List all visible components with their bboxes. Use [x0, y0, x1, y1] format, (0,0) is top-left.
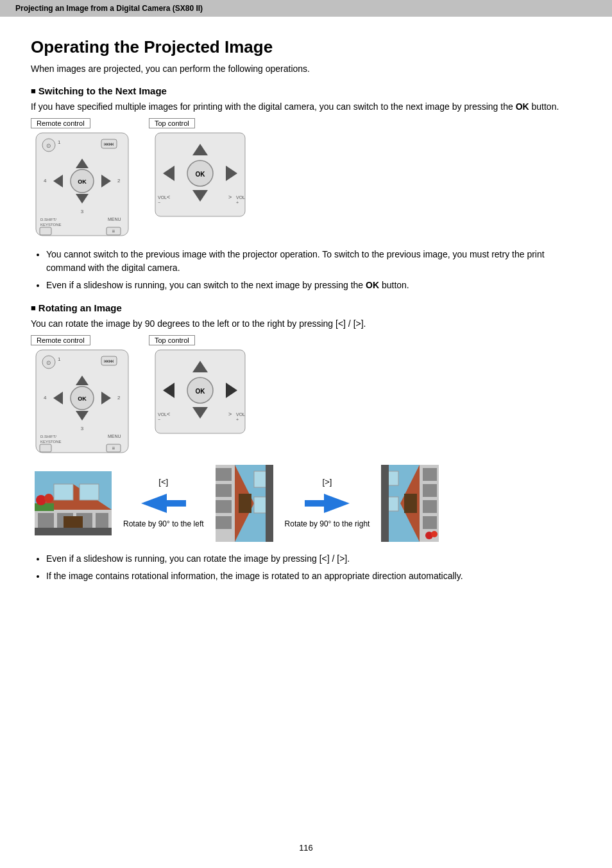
svg-rect-105 [381, 465, 389, 542]
section2-heading: Rotating an Image [31, 302, 581, 313]
house-image-original [35, 471, 112, 535]
svg-text:D.SHIFT/: D.SHIFT/ [40, 435, 56, 438]
top-label-2: Top control [149, 335, 195, 345]
svg-rect-99 [423, 500, 437, 513]
right-bracket-label: [>] [323, 477, 332, 487]
svg-marker-94 [305, 494, 350, 513]
svg-rect-80 [80, 484, 99, 500]
svg-rect-100 [423, 516, 437, 529]
svg-rect-102 [404, 494, 417, 513]
rotate-left-label: Rotate by 90° to the left [123, 519, 204, 530]
intro-text: When images are projected, you can perfo… [31, 64, 581, 74]
remote-label-2: Remote control [31, 335, 90, 345]
svg-text:VOL: VOL [236, 412, 245, 417]
page-title: Operating the Projected Image [31, 37, 581, 57]
svg-point-78 [44, 494, 53, 503]
svg-text:<: < [167, 411, 170, 417]
svg-text:3: 3 [81, 426, 84, 431]
content-area: Operating the Projected Image When image… [0, 17, 612, 833]
remote-control-svg-2: ⊙ 1 ⏮⏭ OK 4 2 3 D.SHIFT/ K [31, 347, 133, 456]
section1-bullets: You cannot switch to the previous image … [46, 248, 581, 292]
left-arrow-block: [<] Rotate by 90° to the left [123, 477, 204, 530]
svg-rect-81 [35, 528, 112, 535]
section2-body: You can rotate the image by 90 degrees t… [31, 318, 581, 329]
svg-marker-82 [141, 494, 186, 513]
bullet-1-2: Even if a slideshow is running, you can … [46, 279, 581, 292]
section2: Rotating an Image You can rotate the ima… [31, 302, 581, 583]
bullet-2-1: Even if a slideshow is running, you can … [46, 552, 581, 566]
svg-text:<: < [167, 194, 170, 200]
remote-label-1: Remote control [31, 118, 90, 128]
svg-text:OK: OK [196, 171, 206, 178]
svg-text:−: − [158, 417, 160, 422]
svg-rect-93 [266, 465, 273, 542]
svg-rect-98 [423, 484, 437, 497]
top-label-1: Top control [149, 118, 195, 128]
section2-controls: Remote control ⊙ 1 ⏮⏭ OK [31, 335, 581, 456]
svg-rect-85 [216, 468, 232, 481]
top-control-svg-1: OK VOL − VOL + < > [149, 130, 251, 220]
rotate-right-label: Rotate by 90° to the right [285, 519, 370, 530]
svg-rect-17 [40, 227, 51, 235]
page-number: 116 [299, 843, 313, 853]
svg-text:MENU: MENU [108, 217, 121, 221]
svg-text:≡: ≡ [112, 229, 115, 234]
bullet-2-2: If the image contains rotational informa… [46, 569, 581, 583]
page: Projecting an Image from a Digital Camer… [0, 0, 612, 868]
svg-text:KEYSTONE: KEYSTONE [40, 440, 62, 444]
remote-control-box-2: Remote control ⊙ 1 ⏮⏭ OK [31, 335, 133, 456]
svg-text:VOL: VOL [236, 195, 245, 200]
rotate-img-right [381, 465, 439, 542]
svg-text:≡: ≡ [112, 446, 115, 451]
svg-rect-88 [216, 516, 232, 529]
svg-text:MENU: MENU [108, 434, 121, 438]
page-footer: 116 [0, 833, 612, 868]
section1-heading: Switching to the Next Image [31, 85, 581, 96]
svg-text:⊙: ⊙ [46, 143, 51, 149]
svg-text:+: + [236, 417, 239, 422]
rotate-img-left [216, 465, 273, 542]
svg-rect-79 [54, 484, 73, 500]
bullet-1-1: You cannot switch to the previous image … [46, 248, 581, 275]
svg-text:VOL: VOL [158, 412, 167, 417]
top-control-svg-2: OK VOL − VOL + < > [149, 347, 251, 437]
svg-rect-51 [40, 444, 51, 452]
svg-text:>: > [228, 411, 232, 417]
remote-control-svg-1: ⊙ 1 ⏮⏭ OK [31, 130, 133, 239]
top-control-box-1: Top control OK VOL − [149, 118, 251, 220]
svg-rect-97 [423, 468, 437, 481]
section1-controls: Remote control ⊙ 1 ⏮⏭ [31, 118, 581, 239]
section1-body: If you have specified multiple images fo… [31, 101, 581, 112]
rotate-demo-row: [<] Rotate by 90° to the left [31, 465, 581, 542]
svg-text:1: 1 [58, 139, 61, 145]
svg-text:4: 4 [44, 395, 47, 401]
svg-text:VOL: VOL [158, 195, 167, 200]
svg-text:3: 3 [81, 209, 84, 214]
svg-text:−: − [158, 200, 160, 205]
svg-text:OK: OK [196, 388, 206, 395]
svg-text:D.SHIFT/: D.SHIFT/ [40, 218, 56, 221]
svg-text:4: 4 [44, 178, 47, 184]
left-bracket-label: [<] [158, 477, 168, 487]
svg-rect-87 [216, 500, 232, 513]
right-arrow-svg [305, 490, 350, 516]
svg-text:>: > [228, 194, 232, 200]
house-image-rotated-left [216, 465, 273, 542]
svg-rect-86 [216, 484, 232, 497]
svg-text:2: 2 [117, 395, 121, 401]
svg-text:1: 1 [58, 356, 61, 362]
house-image-rotated-right [381, 465, 439, 542]
svg-text:⏮⏭: ⏮⏭ [104, 358, 114, 364]
svg-rect-76 [35, 503, 54, 511]
left-arrow-svg [141, 490, 186, 516]
svg-text:⏮⏭: ⏮⏭ [104, 141, 114, 147]
rotate-img-original [35, 471, 112, 535]
section2-bullets: Even if a slideshow is running, you can … [46, 552, 581, 583]
remote-control-box-1: Remote control ⊙ 1 ⏮⏭ [31, 118, 133, 239]
header-text: Projecting an Image from a Digital Camer… [15, 4, 203, 13]
svg-text:OK: OK [78, 395, 87, 402]
header-bar: Projecting an Image from a Digital Camer… [0, 0, 612, 17]
svg-text:KEYSTONE: KEYSTONE [40, 223, 62, 227]
svg-text:+: + [236, 200, 239, 205]
svg-point-107 [431, 531, 438, 537]
